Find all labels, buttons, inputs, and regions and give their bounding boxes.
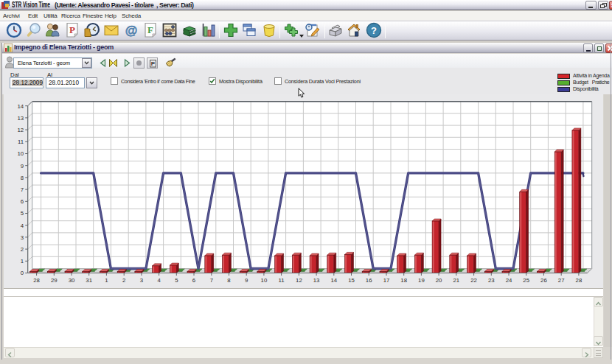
svg-text:18: 18 <box>400 277 407 284</box>
svg-text:9: 9 <box>21 163 24 169</box>
svg-text:14: 14 <box>330 277 337 284</box>
svg-text:11: 11 <box>279 277 285 284</box>
svg-text:2: 2 <box>21 246 24 253</box>
svg-text:8: 8 <box>21 175 24 181</box>
svg-text:22: 22 <box>470 277 477 284</box>
svg-text:2: 2 <box>122 277 125 284</box>
svg-text:4: 4 <box>157 277 161 284</box>
svg-text:21: 21 <box>453 277 459 284</box>
svg-text:@: @ <box>125 24 138 38</box>
svg-text:P: P <box>69 24 75 35</box>
svg-text:F: F <box>147 24 153 35</box>
svg-text:3: 3 <box>140 277 143 284</box>
svg-text:16: 16 <box>366 277 372 284</box>
svg-text:14: 14 <box>18 103 24 110</box>
svg-text:25: 25 <box>523 277 529 284</box>
svg-text:10: 10 <box>261 277 268 284</box>
svg-text:5: 5 <box>21 210 24 217</box>
svg-text:29: 29 <box>51 277 58 284</box>
svg-text:3: 3 <box>21 234 24 241</box>
svg-text:15: 15 <box>348 277 355 284</box>
svg-text:13: 13 <box>313 277 320 284</box>
svg-text:19: 19 <box>418 277 425 284</box>
svg-text:11: 11 <box>18 139 24 145</box>
svg-text:1: 1 <box>21 258 24 265</box>
svg-text:26: 26 <box>540 277 547 284</box>
svg-text:6: 6 <box>192 277 195 284</box>
svg-text:23: 23 <box>488 277 495 284</box>
svg-text:20: 20 <box>436 277 442 284</box>
svg-text:13: 13 <box>18 115 24 122</box>
svg-text:P: P <box>150 60 155 67</box>
svg-text:24: 24 <box>506 277 512 284</box>
svg-text:30: 30 <box>69 277 75 284</box>
svg-text:8: 8 <box>227 277 230 284</box>
svg-text:12: 12 <box>18 127 24 133</box>
svg-text:9: 9 <box>245 277 248 284</box>
svg-text:10: 10 <box>18 150 24 157</box>
svg-text:4: 4 <box>21 223 24 229</box>
svg-text:31: 31 <box>86 277 92 284</box>
svg-text:27: 27 <box>558 277 565 284</box>
svg-text:5: 5 <box>175 277 178 284</box>
svg-text:7: 7 <box>210 277 213 284</box>
svg-text:7: 7 <box>21 186 24 193</box>
svg-text:17: 17 <box>383 277 390 284</box>
svg-text:12: 12 <box>296 277 302 284</box>
svg-text:1: 1 <box>105 277 108 284</box>
svg-text:28: 28 <box>33 277 40 284</box>
svg-text:6: 6 <box>21 198 24 205</box>
svg-text:28: 28 <box>576 277 583 284</box>
svg-text:0: 0 <box>21 270 24 276</box>
svg-text:?: ? <box>371 25 377 36</box>
